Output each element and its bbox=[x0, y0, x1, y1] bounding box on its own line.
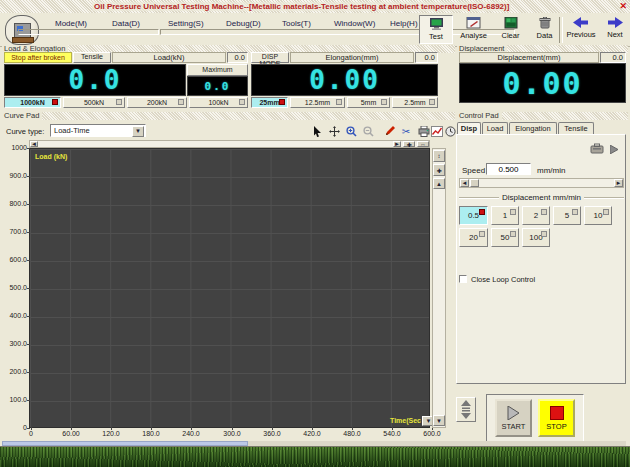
bin-icon bbox=[539, 17, 551, 29]
maximum-lcd-display: 0.0 bbox=[187, 76, 248, 96]
title-bar[interactable]: Oil Pressure Universal Testing Machine--… bbox=[0, 0, 630, 13]
chart-hscrollbar[interactable]: ◄ ► ✚ ↔ bbox=[29, 140, 430, 148]
curve-pad-header: Curve Pad bbox=[2, 112, 455, 120]
bottom-scrollbar[interactable] bbox=[2, 441, 248, 446]
speed-button-label: 50 bbox=[501, 233, 510, 242]
print-button[interactable] bbox=[417, 124, 431, 138]
speed-slider[interactable]: ◄ ► bbox=[459, 178, 624, 188]
fit-width-icon[interactable]: ✚ bbox=[403, 141, 415, 147]
elong-range-25mm[interactable]: 25mm bbox=[251, 97, 288, 108]
previous-button[interactable]: Previous bbox=[563, 15, 599, 44]
speed-50-button[interactable]: 50 bbox=[491, 228, 519, 247]
analyse-button[interactable]: Analyse bbox=[455, 15, 492, 44]
load-range-100kn[interactable]: 100kN bbox=[189, 97, 248, 108]
jog-updown-button[interactable] bbox=[456, 397, 476, 422]
control-pad-title: Control Pad bbox=[457, 112, 502, 120]
slider-right-icon[interactable]: ► bbox=[614, 179, 623, 187]
scroll-up-icon[interactable]: ▲ bbox=[433, 178, 445, 189]
pointer-tool-button[interactable] bbox=[310, 124, 324, 138]
load-range-500kn[interactable]: 500kN bbox=[63, 97, 125, 108]
elong-range-12-5mm[interactable]: 12.5mm bbox=[290, 97, 345, 108]
inactive-indicator bbox=[572, 209, 578, 215]
speed-input[interactable] bbox=[486, 163, 531, 175]
chevron-down-icon[interactable]: ▼ bbox=[132, 126, 144, 137]
menu-data[interactable]: Data(D) bbox=[112, 19, 140, 28]
x-tick: 600.0 bbox=[414, 430, 450, 437]
elongation-small-value: 0.0 bbox=[415, 52, 438, 63]
tensile-mode-button[interactable]: Tensile bbox=[73, 52, 111, 63]
hardware-button[interactable] bbox=[590, 143, 604, 154]
printer-icon bbox=[418, 126, 430, 137]
close-icon[interactable]: ✕ bbox=[619, 1, 627, 11]
close-loop-checkbox[interactable] bbox=[459, 275, 467, 283]
menu-window[interactable]: Window(W) bbox=[334, 19, 375, 28]
load-range-200kn[interactable]: 200kN bbox=[127, 97, 187, 108]
speed-100-button[interactable]: 100 bbox=[522, 228, 550, 247]
curve-type-combobox[interactable]: Load-Time ▼ bbox=[50, 124, 146, 137]
zoom-in-icon bbox=[346, 126, 357, 137]
scroll-right-icon[interactable]: ► bbox=[393, 141, 401, 147]
menu-debug[interactable]: Debug(D) bbox=[226, 19, 261, 28]
scroll-left-icon[interactable]: ◄ bbox=[30, 141, 38, 147]
tab-elongation[interactable]: Elongation bbox=[509, 122, 557, 134]
menu-setting[interactable]: Setting(S) bbox=[168, 19, 204, 28]
disp-mode-button[interactable]: DISP MODE bbox=[251, 52, 289, 63]
x-tick: 240.0 bbox=[173, 430, 209, 437]
speed-10-button[interactable]: 10 bbox=[584, 206, 612, 225]
play-icon bbox=[610, 145, 618, 154]
timer-button[interactable] bbox=[443, 124, 457, 138]
next-button[interactable]: Next bbox=[601, 15, 629, 44]
inactive-indicator bbox=[178, 99, 184, 105]
advance-button[interactable] bbox=[610, 145, 618, 154]
load-small-value: 0.0 bbox=[227, 52, 248, 63]
start-button[interactable]: START bbox=[495, 399, 532, 437]
zoom-out-button[interactable] bbox=[361, 124, 375, 138]
annotate-tool-button[interactable] bbox=[383, 124, 397, 138]
tab-tensile[interactable]: Tensile bbox=[558, 122, 594, 134]
menu-tools[interactable]: Tools(T) bbox=[282, 19, 311, 28]
slider-left-icon[interactable]: ◄ bbox=[460, 179, 469, 187]
report-button[interactable] bbox=[430, 124, 444, 138]
displacement-small-value: 0.0 bbox=[600, 52, 626, 63]
displacement-value-header: Displacement(mm) bbox=[459, 52, 599, 63]
speed-0-5-button[interactable]: 0.5 bbox=[459, 206, 488, 225]
pan-tool-button[interactable] bbox=[327, 124, 341, 138]
speed-group-label-row: Displacement mm/min bbox=[459, 193, 624, 202]
load-range-1000kn[interactable]: 1000kN bbox=[4, 97, 61, 108]
pointer-icon bbox=[313, 126, 322, 137]
clear-button[interactable]: Clear bbox=[494, 15, 527, 44]
elong-range-5mm[interactable]: 5mm bbox=[347, 97, 390, 108]
range-label: 12.5mm bbox=[305, 99, 330, 106]
tab-load[interactable]: Load bbox=[482, 122, 508, 134]
speed-20-button[interactable]: 20 bbox=[459, 228, 488, 247]
test-button[interactable]: Test bbox=[419, 15, 453, 44]
stop-button[interactable]: STOP bbox=[538, 399, 575, 437]
chart-plot-area[interactable]: Load (kN) Time(Sec ▼ bbox=[29, 148, 430, 428]
menu-help[interactable]: Help(H) bbox=[390, 19, 418, 28]
slider-thumb[interactable] bbox=[470, 179, 479, 187]
speed-1-button[interactable]: 1 bbox=[491, 206, 519, 225]
elong-range-2-5mm[interactable]: 2.5mm bbox=[392, 97, 438, 108]
range-label: 2.5mm bbox=[404, 99, 425, 106]
expand-width-icon[interactable]: ↔ bbox=[417, 141, 429, 147]
desktop-grass bbox=[0, 447, 630, 467]
y-tick: 1000 bbox=[1, 144, 27, 151]
speed-5-button[interactable]: 5 bbox=[553, 206, 581, 225]
y-tick: 700.0 bbox=[1, 228, 27, 235]
speed-2-button[interactable]: 2 bbox=[522, 206, 550, 225]
scroll-down-icon[interactable]: ▼ bbox=[433, 415, 445, 426]
fit-height-icon[interactable]: ↕ bbox=[433, 150, 445, 162]
expand-height-icon[interactable]: ✚ bbox=[433, 164, 445, 176]
menu-mode[interactable]: Mode(M) bbox=[55, 19, 87, 28]
load-header: Load(kN) bbox=[112, 52, 226, 63]
close-loop-label: Close Loop Control bbox=[471, 275, 535, 284]
control-pad-header: Control Pad bbox=[457, 112, 628, 120]
active-indicator bbox=[52, 99, 58, 105]
clear-button-label: Clear bbox=[502, 31, 520, 40]
machine-base-icon bbox=[12, 37, 34, 43]
zoom-in-button[interactable] bbox=[344, 124, 358, 138]
chart-vscrollbar[interactable]: ↕ ✚ ▲ ▼ bbox=[432, 148, 446, 428]
data-button[interactable]: Data bbox=[528, 15, 561, 44]
divider bbox=[459, 197, 499, 199]
cut-tool-button[interactable]: ✂ bbox=[399, 124, 413, 138]
